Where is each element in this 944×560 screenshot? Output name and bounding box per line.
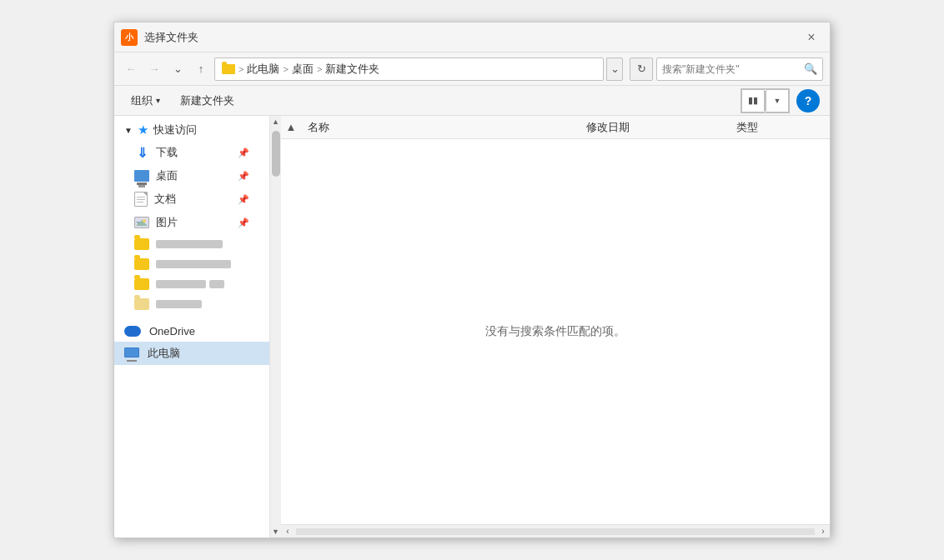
address-bar: ← → ⌄ ↑ > 此电脑 > 桌面 > 新建文件夹 ⌄ ↻ 🔍	[114, 52, 830, 86]
bottom-scrollbar: ‹ ›	[281, 524, 830, 538]
file-area: ▲ 名称 修改日期 类型 没有与搜索条件匹配的项。 ‹ ›	[281, 116, 830, 538]
pin-icon-documents: 📌	[238, 194, 249, 205]
pin-icon-desktop: 📌	[238, 171, 249, 182]
forward-button[interactable]: →	[144, 59, 164, 79]
refresh-button[interactable]: ↻	[630, 58, 653, 81]
scroll-track-horizontal[interactable]	[296, 528, 815, 535]
sidebar-label-pictures: 图片	[156, 215, 178, 230]
sidebar-label-download: 下载	[156, 145, 178, 160]
sidebar-item-folder1[interactable]	[114, 234, 269, 254]
sidebar-wrapper: ▼ ★ 快速访问 ⇓ 下载 📌	[114, 116, 281, 538]
dialog-title: 选择文件夹	[144, 30, 800, 45]
address-dropdown[interactable]: ⌄	[606, 58, 623, 81]
breadcrumb-folder: 新建文件夹	[325, 62, 379, 77]
title-bar: 小 选择文件夹 ×	[114, 22, 830, 52]
organize-arrow: ▾	[156, 96, 160, 105]
sidebar-item-documents[interactable]: 文档 📌	[114, 188, 269, 211]
sidebar-label-desktop: 桌面	[156, 168, 178, 183]
sidebar-item-download[interactable]: ⇓ 下载 📌	[114, 141, 269, 164]
folder-icon-3	[134, 278, 149, 290]
folder-name-2-blurred	[156, 260, 231, 268]
col-date[interactable]: 修改日期	[580, 116, 730, 138]
sidebar-item-desktop[interactable]: 桌面 📌	[114, 164, 269, 188]
sidebar: ▼ ★ 快速访问 ⇓ 下载 📌	[114, 116, 269, 538]
sidebar-item-thispc[interactable]: 此电脑	[114, 342, 269, 365]
view-selector[interactable]: ▮▮ ▼	[741, 88, 790, 113]
toolbar: 组织 ▾ 新建文件夹 ▮▮ ▼ ?	[114, 86, 830, 116]
folder-icon-2	[134, 258, 149, 270]
path-folder-icon	[222, 64, 235, 74]
file-list: 没有与搜索条件匹配的项。	[281, 139, 830, 524]
star-icon: ★	[138, 122, 148, 138]
back-button[interactable]: ←	[121, 59, 141, 79]
search-box: 🔍	[656, 58, 823, 81]
sidebar-label-thispc: 此电脑	[148, 346, 180, 361]
pin-icon-download: 📌	[238, 148, 249, 158]
folder-name-3-blurred	[156, 280, 224, 288]
organize-button[interactable]: 组织 ▾	[124, 90, 167, 112]
column-header: ▲ 名称 修改日期 类型	[281, 116, 830, 139]
quick-access-label: 快速访问	[153, 122, 197, 138]
image-icon	[134, 217, 149, 228]
desktop-icon	[134, 170, 149, 182]
new-folder-label: 新建文件夹	[180, 93, 234, 108]
quick-access-arrow: ▼	[124, 126, 133, 135]
sep1: >	[239, 64, 244, 74]
onedrive-icon	[124, 326, 143, 338]
search-input[interactable]	[657, 63, 799, 75]
up-button[interactable]: ↑	[191, 59, 211, 79]
breadcrumb-desktop: 桌面	[292, 62, 314, 77]
view-icon[interactable]: ▮▮	[741, 89, 765, 112]
col-type[interactable]: 类型	[730, 116, 830, 138]
sidebar-label-onedrive: OneDrive	[149, 325, 195, 338]
organize-label: 组织	[131, 93, 153, 108]
col-name[interactable]: 名称	[301, 116, 580, 138]
folder-name-1-blurred	[156, 240, 223, 248]
scroll-right-button[interactable]: ›	[816, 525, 830, 538]
scroll-thumb[interactable]	[272, 131, 280, 177]
sep3: >	[317, 64, 322, 74]
folder-icon-1	[134, 238, 149, 250]
scroll-up-arrow[interactable]: ▲	[270, 116, 282, 128]
sidebar-label-documents: 文档	[154, 192, 176, 207]
app-icon: 小	[121, 29, 138, 46]
address-path[interactable]: > 此电脑 > 桌面 > 新建文件夹	[214, 58, 604, 81]
search-icon[interactable]: 🔍	[799, 58, 822, 81]
recent-button[interactable]: ⌄	[168, 59, 188, 79]
help-button[interactable]: ?	[796, 89, 820, 112]
folder-icon-4	[134, 298, 149, 310]
close-button[interactable]: ×	[800, 26, 823, 49]
download-icon: ⇓	[134, 147, 149, 158]
scroll-left-button[interactable]: ‹	[281, 525, 294, 538]
sep2: >	[283, 64, 288, 74]
main-area: ▼ ★ 快速访问 ⇓ 下载 📌	[114, 116, 830, 538]
file-picker-dialog: 小 选择文件夹 × ← → ⌄ ↑ > 此电脑 > 桌面 > 新建文件夹 ⌄ ↻…	[113, 22, 831, 538]
new-folder-button[interactable]: 新建文件夹	[173, 90, 241, 112]
sidebar-item-folder3[interactable]	[114, 274, 269, 294]
scroll-down-arrow[interactable]: ▼	[270, 526, 282, 538]
pc-icon	[124, 348, 141, 360]
doc-icon	[134, 192, 148, 207]
sidebar-item-folder2[interactable]	[114, 254, 269, 274]
quick-access-header[interactable]: ▼ ★ 快速访问	[114, 116, 269, 141]
sidebar-item-folder4[interactable]	[114, 294, 269, 314]
sidebar-scrollbar: ▲ ▼	[269, 116, 281, 538]
folder-name-4-blurred	[156, 300, 202, 308]
empty-message: 没有与搜索条件匹配的项。	[485, 324, 625, 339]
spacer1	[114, 314, 269, 321]
pin-icon-pictures: 📌	[238, 218, 249, 228]
sidebar-item-pictures[interactable]: 图片 📌	[114, 211, 269, 234]
view-dropdown[interactable]: ▼	[766, 89, 789, 112]
sidebar-item-onedrive[interactable]: OneDrive	[114, 321, 269, 342]
breadcrumb-pc: 此电脑	[247, 62, 279, 77]
sort-up-button[interactable]: ▲	[281, 118, 301, 138]
scroll-track	[270, 128, 281, 526]
